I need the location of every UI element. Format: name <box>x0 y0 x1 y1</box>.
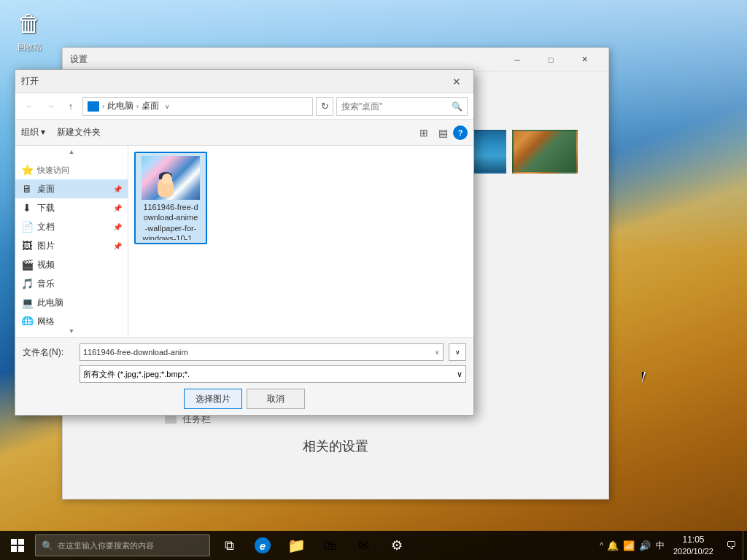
settings-icon: ⚙ <box>389 537 405 553</box>
language-indicator[interactable]: 中 <box>653 540 667 552</box>
address-segment-pc: 此电脑 <box>107 100 133 112</box>
chevron-icon-1: › <box>102 103 104 110</box>
windows-logo <box>11 539 24 552</box>
computer-icon: 💻 <box>21 298 33 308</box>
chevron-icon-2: › <box>136 103 139 110</box>
pin-icon-documents: 📌 <box>113 223 122 231</box>
sidebar-item-desktop[interactable]: 🖥 桌面 📌 <box>15 179 128 198</box>
settings-close-button[interactable]: ✕ <box>568 48 601 71</box>
help-button[interactable]: ? <box>453 125 468 140</box>
music-icon: 🎵 <box>21 279 33 289</box>
sidebar-item-music-label: 音乐 <box>37 278 55 290</box>
sidebar-item-thispc[interactable]: 💻 此电脑 <box>15 293 128 312</box>
show-desktop-button[interactable] <box>743 531 747 560</box>
view-toggle-button[interactable]: ⊞ <box>415 124 433 141</box>
pin-icon-pictures: 📌 <box>113 242 122 250</box>
tray-notification-icon[interactable]: 🔔 <box>605 531 621 560</box>
dialog-titlebar: 打开 ✕ <box>15 70 473 93</box>
settings-maximize-button[interactable]: □ <box>534 48 568 71</box>
search-input[interactable] <box>341 101 449 112</box>
taskbar-settings[interactable]: ⚙ <box>381 531 413 560</box>
filename-value: 1161946-free-download-anim <box>83 348 432 357</box>
sidebar-quick-access-header: ⭐ 快速访问 <box>15 160 128 179</box>
sidebar-item-videos[interactable]: 🎬 视频 <box>15 255 128 274</box>
sidebar-item-pictures-label: 图片 <box>37 240 55 252</box>
recycle-bin-icon[interactable]: 🗑 回收站 <box>15 7 44 52</box>
taskbar-mail[interactable]: ✉ <box>347 531 379 560</box>
sidebar-item-downloads[interactable]: ⬇ 下载 📌 <box>15 198 128 217</box>
wallpaper-thumb-3[interactable] <box>512 130 578 174</box>
address-bar[interactable]: › 此电脑 › 桌面 ∨ <box>82 97 313 116</box>
cancel-button[interactable]: 取消 <box>247 389 305 409</box>
open-file-dialog: 打开 ✕ ← → ↑ › 此电脑 › 桌面 ∨ ↻ 🔍 组织 ▾ <box>15 69 474 416</box>
recycle-bin-image: 🗑 <box>15 7 44 40</box>
taskbar-store[interactable]: 🛍 <box>314 531 346 560</box>
taskbar-edge[interactable]: e <box>247 531 279 560</box>
notification-center-button[interactable]: 🗨 <box>719 531 743 560</box>
settings-titlebar: 设置 ─ □ ✕ <box>63 48 608 71</box>
filename-row: 文件名(N): 1161946-free-download-anim ∨ ∨ <box>23 343 466 361</box>
sidebar-scroll-up[interactable]: ▲ <box>15 146 128 158</box>
mail-icon: ✉ <box>355 537 371 553</box>
sidebar-scroll-down[interactable]: ▼ <box>15 325 128 337</box>
explorer-icon: 📁 <box>288 537 304 553</box>
taskbar-search-bar[interactable]: 🔍 在这里输入你要搜索的内容 <box>35 534 210 556</box>
dialog-main-area: ▲ ⭐ 快速访问 🖥 桌面 📌 ⬇ 下载 📌 <box>15 146 473 337</box>
filename-input-box[interactable]: 1161946-free-download-anim ∨ <box>80 343 444 361</box>
address-dropdown-chevron[interactable]: ∨ <box>165 103 170 110</box>
filetype-select[interactable]: 所有文件 (*.jpg;*.jpeg;*.bmp;*. ∨ <box>80 365 466 383</box>
filename-dropdown-chevron[interactable]: ∨ <box>435 349 440 356</box>
filetype-row: 所有文件 (*.jpg;*.jpeg;*.bmp;*. ∨ <box>23 365 466 383</box>
win-logo-sq-2 <box>18 539 24 545</box>
taskbar-task-view[interactable]: ⧉ <box>213 531 245 560</box>
search-icon: 🔍 <box>452 101 462 112</box>
dialog-close-button[interactable]: ✕ <box>446 74 468 89</box>
taskbar-pinned-apps: ⧉ e 📁 🛍 ✉ ⚙ <box>213 531 413 560</box>
sidebar-item-videos-label: 视频 <box>37 259 55 271</box>
taskbar-search-placeholder: 在这里输入你要搜索的内容 <box>58 540 154 551</box>
taskbar-explorer[interactable]: 📁 <box>280 531 312 560</box>
confirm-button[interactable]: 选择图片 <box>184 389 242 409</box>
tray-expand-button[interactable]: ^ <box>598 542 605 550</box>
pc-icon <box>88 101 99 112</box>
address-segment-desktop: 桌面 <box>142 100 159 112</box>
new-folder-button[interactable]: 新建文件夹 <box>51 125 107 140</box>
preview-pane-button[interactable]: ▤ <box>434 124 452 141</box>
pin-icon-desktop: 📌 <box>113 185 122 193</box>
organize-button[interactable]: 组织 ▾ <box>21 126 45 139</box>
clock[interactable]: 11:05 2020/10/22 <box>667 531 719 560</box>
sidebar-item-thispc-label: 此电脑 <box>37 297 63 309</box>
filetype-extra-dropdown[interactable]: ∨ <box>449 343 466 361</box>
forward-button[interactable]: → <box>42 98 59 115</box>
back-button[interactable]: ← <box>21 98 39 115</box>
win-logo-sq-4 <box>18 546 24 552</box>
file-thumbnail <box>142 156 200 200</box>
sidebar-item-pictures[interactable]: 🖼 图片 📌 <box>15 236 128 255</box>
tray-network-icon[interactable]: 📶 <box>621 531 637 560</box>
sidebar-item-documents[interactable]: 📄 文档 📌 <box>15 217 128 236</box>
file-item[interactable]: 1161946-free-download-anime-wallpaper-fo… <box>134 152 207 244</box>
tray-volume-icon[interactable]: 🔊 <box>637 531 653 560</box>
dialog-files-area: 1161946-free-download-anime-wallpaper-fo… <box>128 146 473 337</box>
up-button[interactable]: ↑ <box>62 98 80 115</box>
recycle-bin-label: 回收站 <box>18 42 42 52</box>
mouse-cursor <box>642 372 651 385</box>
refresh-button[interactable]: ↻ <box>316 97 333 116</box>
star-icon: ⭐ <box>21 165 33 175</box>
dialog-bottom-bar: 文件名(N): 1161946-free-download-anim ∨ ∨ 所… <box>15 337 473 415</box>
settings-minimize-button[interactable]: ─ <box>500 48 534 71</box>
start-button[interactable] <box>0 531 35 560</box>
dialog-title: 打开 <box>21 75 446 88</box>
dialog-nav-toolbar: ← → ↑ › 此电脑 › 桌面 ∨ ↻ 🔍 <box>15 93 473 120</box>
settings-title: 设置 <box>70 53 500 66</box>
download-icon: ⬇ <box>21 203 33 213</box>
sidebar-item-desktop-label: 桌面 <box>37 183 55 195</box>
search-box: 🔍 <box>336 97 468 116</box>
clock-time: 11:05 <box>682 534 704 546</box>
sidebar-item-music[interactable]: 🎵 音乐 <box>15 274 128 293</box>
sidebar-item-downloads-label: 下载 <box>37 202 55 214</box>
desktop: 🗑 回收站 设置 ─ □ ✕ 任务栏 相关的设置 打开 <box>0 0 747 560</box>
document-icon: 📄 <box>21 222 33 232</box>
dialog-actionbar: 组织 ▾ 新建文件夹 ⊞ ▤ ? <box>15 120 473 146</box>
win-logo-sq-1 <box>11 539 17 545</box>
